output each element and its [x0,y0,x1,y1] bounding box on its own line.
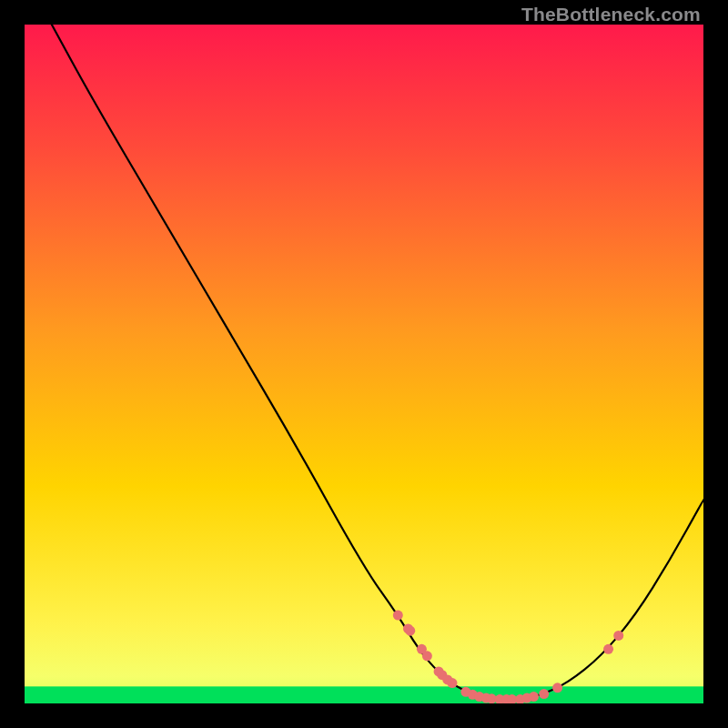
curve-marker [603,644,613,654]
bottleneck-chart [25,25,703,703]
curve-marker [529,692,539,702]
curve-marker [613,631,623,641]
curve-marker [422,651,432,661]
chart-frame [25,25,703,703]
curve-marker [447,678,457,688]
curve-marker [405,626,415,636]
curve-marker [552,682,562,693]
chart-background-gradient [25,25,703,703]
curve-marker [393,611,403,621]
watermark-text: TheBottleneck.com [521,4,701,25]
curve-marker [539,689,549,699]
chart-green-band [25,686,703,703]
